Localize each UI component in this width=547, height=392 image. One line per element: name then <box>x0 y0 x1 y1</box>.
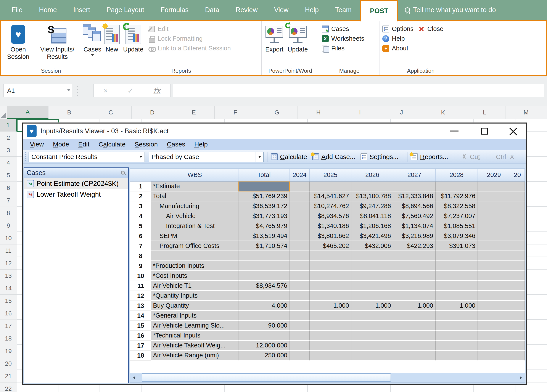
table-cell[interactable] <box>436 321 478 331</box>
table-cell[interactable] <box>436 251 478 261</box>
table-corner-header[interactable] <box>130 169 151 182</box>
table-cell[interactable]: 1.000 <box>351 301 393 311</box>
new-report-button[interactable]: New <box>102 23 121 54</box>
calculate-button[interactable]: Calculate <box>271 153 307 161</box>
table-cell[interactable]: $3,216.989 <box>393 231 436 241</box>
ribbon-tab-home[interactable]: Home <box>31 0 65 20</box>
table-cell[interactable] <box>436 271 478 281</box>
table-cell[interactable]: SEPM <box>151 231 239 241</box>
table-cell[interactable]: Air Vehicle T1 <box>151 281 239 291</box>
table-cell[interactable] <box>393 311 436 321</box>
table-cell[interactable] <box>393 321 436 331</box>
row-header-7[interactable]: 7 <box>0 194 17 207</box>
table-cell[interactable]: 4.000 <box>239 301 290 311</box>
table-cell[interactable]: $465.202 <box>310 241 351 251</box>
table-row-number[interactable]: 13 <box>130 301 151 311</box>
row-header-3[interactable]: 3 <box>0 144 17 157</box>
table-row-number[interactable]: 8 <box>130 251 151 261</box>
case-item[interactable]: Point Estimate (CP2024$K) <box>24 178 128 189</box>
table-cell[interactable] <box>351 341 393 351</box>
table-cell[interactable] <box>478 191 510 201</box>
table-cell[interactable] <box>393 341 436 351</box>
horizontal-scrollbar[interactable] <box>130 373 525 382</box>
row-header-11[interactable]: 11 <box>0 244 17 257</box>
table-cell[interactable] <box>310 281 351 291</box>
ribbon-tab-help[interactable]: Help <box>297 0 327 20</box>
table-column-header-2025[interactable]: 2025 <box>310 169 351 182</box>
table-cell[interactable] <box>436 311 478 321</box>
column-header-B[interactable]: B <box>48 106 90 119</box>
table-cell[interactable]: $10,274.762 <box>310 201 351 211</box>
table-row-number[interactable]: 10 <box>130 271 151 281</box>
table-row-number[interactable]: 11 <box>130 281 151 291</box>
table-cell[interactable] <box>351 351 393 361</box>
select-all-corner[interactable] <box>0 106 7 119</box>
table-cell[interactable] <box>510 331 525 341</box>
table-row-number[interactable]: 5 <box>130 221 151 231</box>
table-cell[interactable] <box>510 271 525 281</box>
table-row-number[interactable]: 2 <box>130 191 151 201</box>
table-cell[interactable]: $3,079.346 <box>436 231 478 241</box>
table-cell[interactable] <box>290 251 310 261</box>
row-header-19[interactable]: 19 <box>0 345 17 357</box>
case-item[interactable]: Lower Takeoff Weight <box>24 189 128 200</box>
table-cell[interactable] <box>290 291 310 301</box>
export-button[interactable]: Export <box>263 23 286 54</box>
table-cell[interactable] <box>351 281 393 291</box>
table-cell[interactable] <box>290 221 310 231</box>
table-cell[interactable]: 12,000.000 <box>239 341 290 351</box>
minimize-button[interactable] <box>448 123 461 139</box>
table-cell[interactable]: $36,539.172 <box>239 201 290 211</box>
table-cell[interactable] <box>436 261 478 271</box>
table-cell[interactable] <box>510 251 525 261</box>
row-header-18[interactable]: 18 <box>0 332 17 345</box>
table-cell[interactable] <box>351 291 393 301</box>
table-cell[interactable] <box>290 271 310 281</box>
table-cell[interactable]: $1,206.168 <box>351 221 393 231</box>
table-cell[interactable] <box>478 341 510 351</box>
table-cell[interactable]: $8,322.558 <box>436 201 478 211</box>
table-cell[interactable]: *General Inputs <box>151 311 239 321</box>
table-cell[interactable] <box>310 291 351 301</box>
table-cell[interactable]: Manufacturing <box>151 201 239 211</box>
table-cell[interactable] <box>510 231 525 241</box>
table-cell[interactable] <box>310 341 351 351</box>
table-column-header-2029[interactable]: 2029 <box>478 169 510 182</box>
table-cell[interactable]: $8,041.118 <box>351 211 393 221</box>
column-header-J[interactable]: J <box>381 106 422 119</box>
manage-worksheets-button[interactable]: X Worksheets <box>322 35 364 42</box>
table-cell[interactable]: $13,100.788 <box>351 191 393 201</box>
row-header-6[interactable]: 6 <box>0 182 17 194</box>
menu-item-help[interactable]: Help <box>190 141 212 148</box>
pin-icon[interactable] <box>121 170 126 176</box>
row-header-2[interactable]: 2 <box>0 132 17 144</box>
close-window-button[interactable] <box>507 123 520 139</box>
table-cell[interactable]: Program Office Costs <box>151 241 239 251</box>
table-cell[interactable]: Air Vehicle Learning Slo... <box>151 321 239 331</box>
table-cell[interactable] <box>510 211 525 221</box>
table-cell[interactable] <box>151 251 239 261</box>
table-cell[interactable]: $8,694.566 <box>393 201 436 211</box>
table-cell[interactable] <box>239 261 290 271</box>
formula-input[interactable] <box>173 84 544 97</box>
table-cell[interactable]: $1,340.186 <box>310 221 351 231</box>
options-button[interactable]: Options <box>382 25 413 33</box>
table-cell[interactable] <box>436 341 478 351</box>
table-cell[interactable] <box>478 211 510 221</box>
toolbar-grip[interactable] <box>25 152 26 162</box>
table-cell[interactable] <box>478 182 510 191</box>
ribbon-tab-file[interactable]: File <box>3 0 31 20</box>
table-cell[interactable] <box>478 291 510 301</box>
table-cell[interactable] <box>351 321 393 331</box>
table-cell[interactable]: Air Vehicle Range (nmi) <box>151 351 239 361</box>
table-cell[interactable]: 90.000 <box>239 321 290 331</box>
insert-function-icon[interactable]: fx <box>153 86 161 95</box>
column-header-E[interactable]: E <box>173 106 215 119</box>
phasing-dropdown[interactable]: Phased by Case <box>149 152 264 162</box>
column-header-F[interactable]: F <box>215 106 256 119</box>
ribbon-tab-page-layout[interactable]: Page Layout <box>98 0 152 20</box>
table-row-number[interactable]: 15 <box>130 321 151 331</box>
table-cell[interactable]: $7,560.492 <box>393 211 436 221</box>
table-cell[interactable] <box>290 321 310 331</box>
table-cell[interactable]: $1,085.551 <box>436 221 478 231</box>
